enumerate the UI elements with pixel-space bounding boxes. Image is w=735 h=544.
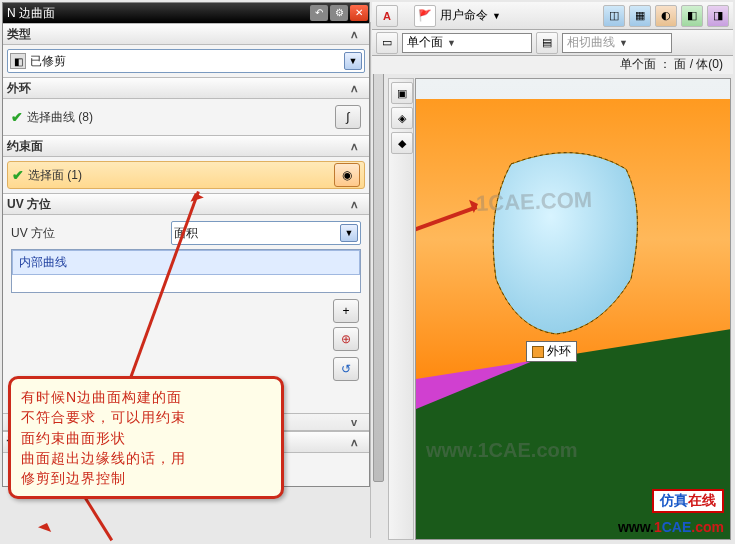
check-icon: ✔ <box>12 167 24 183</box>
section-outerloop-body: ✔ 选择曲线 (8) ∫ <box>3 99 369 135</box>
select-face-row[interactable]: ✔ 选择面 (1) ◉ <box>7 161 365 189</box>
section-type-label: 类型 <box>7 26 343 43</box>
reset-button[interactable]: ↺ <box>333 357 359 381</box>
section-outerloop-label: 外环 <box>7 80 343 97</box>
tool-icon[interactable]: ◫ <box>603 5 625 27</box>
chevron-up-icon: ʌ <box>343 82 365 95</box>
chevron-up-icon: ʌ <box>343 140 365 153</box>
chevron-down-icon: v <box>343 416 365 428</box>
3d-scene <box>416 79 731 540</box>
gear-icon[interactable]: ⚙ <box>330 5 348 21</box>
tip-callout: 有时候N边曲面构建的面 不符合要求，可以用约束 面约束曲面形状 曲面超出边缘线的… <box>8 376 284 499</box>
chevron-up-icon: ʌ <box>343 28 365 41</box>
chevron-down-icon: ▼ <box>492 11 501 21</box>
dialog-titlebar[interactable]: N 边曲面 ↶ ⚙ ✕ <box>3 3 369 23</box>
viewport-label-text: 外环 <box>547 343 571 360</box>
dialog-title: N 边曲面 <box>7 3 309 23</box>
type-dropdown[interactable]: ◧ 已修剪 ▼ <box>7 49 365 73</box>
select-curve-label: 选择曲线 (8) <box>27 109 335 126</box>
panel-scrollbar[interactable] <box>370 22 386 538</box>
curve-selector-button[interactable]: ∫ <box>335 105 361 129</box>
list-item-internal-curve[interactable]: 内部曲线 <box>12 250 360 275</box>
cube-icon <box>532 346 544 358</box>
curve-filter-dropdown[interactable]: 相切曲线 ▼ <box>562 33 672 53</box>
section-uv-header[interactable]: UV 方位 ʌ <box>3 193 369 215</box>
scrollbar-thumb[interactable] <box>373 62 384 482</box>
3d-viewport[interactable]: 外环 1CAE.COM www.1CAE.com 仿真在线 www.1CAE.c… <box>415 78 731 540</box>
brand-badge: 仿真在线 <box>652 489 724 513</box>
section-uv-label: UV 方位 <box>7 196 343 213</box>
uv-field-value: 面积 <box>174 225 340 242</box>
brand-url: www.1CAE.com <box>618 519 724 535</box>
tool-icon[interactable]: ◧ <box>681 5 703 27</box>
tool-icon[interactable]: ◨ <box>707 5 729 27</box>
section-outerloop-header[interactable]: 外环 ʌ <box>3 77 369 99</box>
uv-listbox[interactable]: 内部曲线 <box>11 249 361 293</box>
tip-line: 面约束曲面形状 <box>21 428 271 448</box>
select-icon[interactable]: ▭ <box>376 32 398 54</box>
uv-field-label: UV 方位 <box>11 225 171 242</box>
chevron-down-icon: ▼ <box>340 224 358 242</box>
target-button[interactable]: ⊕ <box>333 327 359 351</box>
flag-icon[interactable]: 🚩 <box>414 5 436 27</box>
user-command-label[interactable]: 用户命令 <box>440 7 488 24</box>
section-type-header[interactable]: 类型 ʌ <box>3 23 369 45</box>
tool-icon[interactable]: ▣ <box>391 82 413 104</box>
chevron-down-icon: ▼ <box>447 38 456 48</box>
selection-filter-value: 单个面 <box>407 34 443 51</box>
vertical-toolbar: ▣ ◈ ◆ <box>388 78 414 540</box>
main-toolbar: A 🚩 用户命令 ▼ ◫ ▦ ◐ ◧ ◨ <box>372 2 733 30</box>
close-button[interactable]: ✕ <box>350 5 368 21</box>
face-selector-button[interactable]: ◉ <box>334 163 360 187</box>
viewport-label-outer-loop[interactable]: 外环 <box>526 341 577 362</box>
trimmed-icon: ◧ <box>10 53 26 69</box>
tool-icon[interactable]: ◐ <box>655 5 677 27</box>
tool-icon[interactable]: ◈ <box>391 107 413 129</box>
section-constraint-header[interactable]: 约束面 ʌ <box>3 135 369 157</box>
select-curve-row[interactable]: ✔ 选择曲线 (8) ∫ <box>7 103 365 131</box>
status-bar: 单个面 ： 面 / 体(0) <box>372 56 733 74</box>
section-constraint-label: 约束面 <box>7 138 343 155</box>
selection-filter-dropdown[interactable]: 单个面 ▼ <box>402 33 532 53</box>
tool-icon[interactable]: ◆ <box>391 132 413 154</box>
tip-line: 有时候N边曲面构建的面 <box>21 387 271 407</box>
type-value: 已修剪 <box>30 53 344 70</box>
filter-icon[interactable]: ▤ <box>536 32 558 54</box>
curve-filter-value: 相切曲线 <box>567 34 615 51</box>
chevron-up-icon: ʌ <box>343 436 365 449</box>
add-button[interactable]: + <box>333 299 359 323</box>
select-face-label: 选择面 (1) <box>28 167 334 184</box>
chevron-down-icon: ▼ <box>619 38 628 48</box>
uv-dropdown[interactable]: 面积 ▼ <box>171 221 361 245</box>
selection-toolbar: ▭ 单个面 ▼ ▤ 相切曲线 ▼ <box>372 30 733 56</box>
tip-line: 修剪到边界控制 <box>21 468 271 488</box>
tool-icon[interactable]: ▦ <box>629 5 651 27</box>
tip-line: 不符合要求，可以用约束 <box>21 407 271 427</box>
arrow-head-icon <box>38 514 56 532</box>
undo-button[interactable]: ↶ <box>310 5 328 21</box>
chevron-up-icon: ʌ <box>343 198 365 211</box>
tip-line: 曲面超出边缘线的话，用 <box>21 448 271 468</box>
chevron-down-icon: ▼ <box>344 52 362 70</box>
annotation-icon[interactable]: A <box>376 5 398 27</box>
section-type-body: ◧ 已修剪 ▼ <box>3 45 369 77</box>
check-icon: ✔ <box>11 109 23 125</box>
